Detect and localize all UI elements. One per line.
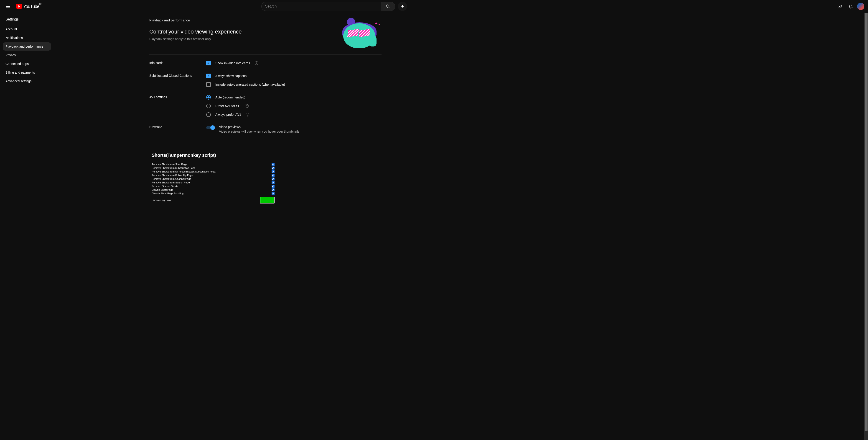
sidebar-item-playback-and-performance[interactable]: Playback and performance (3, 42, 51, 51)
main-content: Playback and performance Control your vi… (140, 16, 391, 217)
toggle-description: Video previews will play when you hover … (219, 130, 299, 133)
page: Settings AccountNotificationsPlayback an… (0, 13, 868, 217)
tm-row: Disable Short Page (152, 188, 275, 192)
create-button[interactable] (835, 2, 844, 11)
tm-row-checkbox[interactable] (272, 188, 275, 192)
option-av1-sd: Prefer AV1 for SD ? (206, 104, 381, 108)
voice-search-button[interactable] (398, 2, 407, 11)
section-info-cards: Info cards Show in-video info cards ? (149, 55, 381, 67)
tm-row-label: Disable Short Page Scrolling (152, 192, 184, 195)
youtube-play-icon (16, 4, 22, 9)
tm-row-checkbox[interactable] (272, 181, 275, 184)
youtube-logo-text: YouTube (23, 4, 39, 9)
tampermonkey-color-row: Console log Color: (152, 197, 275, 204)
avatar[interactable] (857, 3, 864, 10)
option-av1-always: Always prefer AV1 ? (206, 112, 381, 117)
tm-row-checkbox[interactable] (272, 163, 275, 166)
header-left: YouTube DE (4, 2, 39, 11)
tm-row-checkbox[interactable] (272, 185, 275, 188)
tm-row-label: Remove Sidebar Shorts (152, 185, 178, 187)
sidebar-item-advanced-settings[interactable]: Advanced settings (3, 77, 51, 85)
option-label: Prefer AV1 for SD (215, 104, 240, 108)
checkbox-always-captions[interactable] (206, 74, 211, 78)
option-label: Include auto-generated captions (when av… (215, 83, 285, 86)
section-label: Subtitles and Closed Captions (149, 74, 202, 87)
tampermonkey-section: Shorts(Tampermonkey script) Remove Short… (149, 153, 381, 204)
help-icon[interactable]: ? (246, 113, 249, 116)
help-icon[interactable]: ? (255, 61, 258, 65)
section-browsing: Browsing Video previews Video previews w… (149, 119, 381, 140)
toggle-texts: Video previews Video previews will play … (219, 125, 299, 133)
tm-row: Remove Shorts from Follow Up Page (152, 173, 275, 177)
option-label: Show in-video info cards (215, 61, 250, 65)
page-illustration: ✦ (339, 18, 380, 50)
tm-row: Remove Shorts from Channel Page (152, 177, 275, 181)
option-always-show-captions: Always show captions (206, 74, 381, 78)
radio-av1-auto[interactable] (206, 95, 211, 99)
search-wrap (261, 2, 407, 11)
youtube-logo[interactable]: YouTube DE (16, 4, 39, 9)
header-center (245, 2, 423, 11)
search-icon (385, 4, 391, 9)
search-input[interactable] (261, 2, 381, 11)
tm-row: Remove Sidebar Shorts (152, 184, 275, 188)
bell-icon (848, 4, 853, 9)
sidebar-item-privacy[interactable]: Privacy (3, 51, 51, 59)
option-show-info-cards: Show in-video info cards ? (206, 61, 381, 65)
page-title: Control your video viewing experience (149, 28, 339, 35)
tm-row-checkbox[interactable] (272, 167, 275, 170)
tm-row-checkbox[interactable] (272, 174, 275, 177)
section-body: Show in-video info cards ? (206, 61, 381, 65)
sidebar-title: Settings (3, 16, 51, 25)
section-label: AV1 settings (149, 95, 202, 117)
tm-row: Remove Shorts from Search Page (152, 181, 275, 184)
help-icon[interactable]: ? (245, 104, 249, 108)
toggle-video-previews[interactable] (206, 126, 214, 129)
divider (149, 146, 381, 146)
search-button[interactable] (381, 2, 395, 11)
option-video-previews: Video previews Video previews will play … (206, 125, 381, 133)
notifications-button[interactable] (846, 2, 855, 11)
sidebar-item-connected-apps[interactable]: Connected apps (3, 60, 51, 68)
header: YouTube DE (0, 0, 868, 13)
create-icon (837, 4, 842, 9)
sidebar-item-billing-and-payments[interactable]: Billing and payments (3, 68, 51, 77)
section-body: Auto (recommended) Prefer AV1 for SD ? A… (206, 95, 381, 117)
radio-av1-always[interactable] (206, 112, 211, 117)
tm-row: Disable Short Page Scrolling (152, 192, 275, 195)
page-header-block: Playback and performance Control your vi… (149, 16, 381, 55)
tm-color-input[interactable] (260, 197, 275, 204)
page-overline: Playback and performance (149, 18, 339, 22)
tm-row-label: Remove Shorts from Subscription Feed (152, 167, 195, 169)
tm-row-checkbox[interactable] (272, 192, 275, 195)
toggle-title: Video previews (219, 125, 299, 129)
menu-button[interactable] (4, 2, 13, 11)
sidebar-item-account[interactable]: Account (3, 25, 51, 33)
page-subtitle: Playback settings apply to this browser … (149, 37, 339, 41)
tampermonkey-rows: Remove Shorts from Start PageRemove Shor… (152, 163, 381, 195)
scrollbar[interactable] (864, 0, 868, 440)
option-label: Always show captions (215, 74, 247, 78)
section-captions: Subtitles and Closed Captions Always sho… (149, 67, 381, 89)
tm-color-label: Console log Color: (152, 199, 172, 201)
checkbox-show-info-cards[interactable] (206, 61, 211, 65)
radio-av1-sd[interactable] (206, 104, 211, 108)
sidebar-items: AccountNotificationsPlayback and perform… (3, 25, 51, 85)
page-header-text: Playback and performance Control your vi… (149, 16, 339, 41)
tm-row: Remove Shorts from Start Page (152, 163, 275, 166)
tm-row-checkbox[interactable] (272, 170, 275, 173)
section-av1: AV1 settings Auto (recommended) Prefer A… (149, 89, 381, 119)
region-code: DE (39, 3, 42, 5)
option-auto-captions: Include auto-generated captions (when av… (206, 82, 381, 87)
tm-row-checkbox[interactable] (272, 177, 275, 180)
checkbox-auto-captions[interactable] (206, 82, 211, 87)
sidebar-item-notifications[interactable]: Notifications (3, 34, 51, 42)
tm-row-label: Remove Shorts from All Feeds (except Sub… (152, 170, 216, 173)
svg-point-0 (386, 5, 389, 7)
svg-rect-2 (402, 5, 403, 7)
section-body: Video previews Video previews will play … (206, 125, 381, 133)
option-av1-auto: Auto (recommended) (206, 95, 381, 99)
tm-row: Remove Shorts from All Feeds (except Sub… (152, 170, 275, 173)
tm-row: Remove Shorts from Subscription Feed (152, 166, 275, 170)
tm-row-label: Remove Shorts from Follow Up Page (152, 174, 193, 177)
